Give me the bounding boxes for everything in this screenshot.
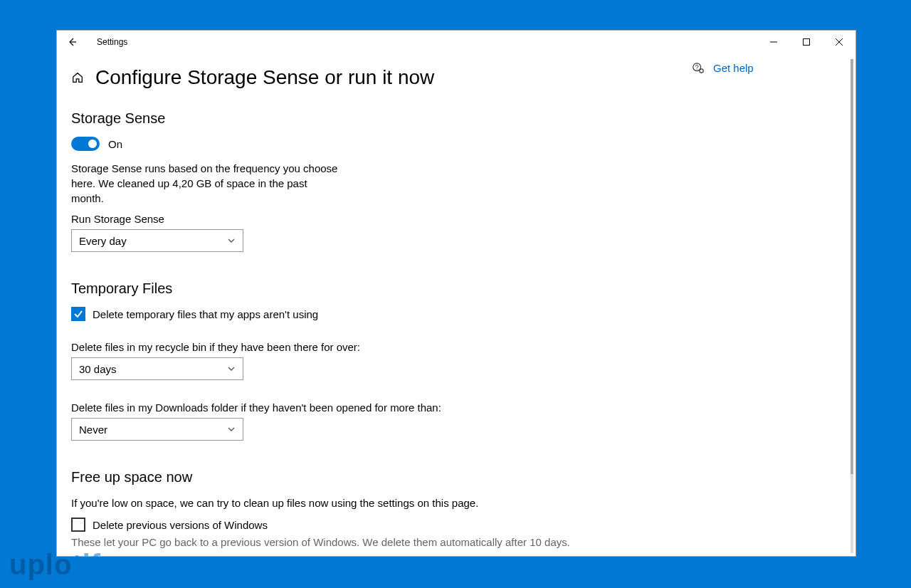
run-storage-sense-dropdown[interactable]: Every day: [71, 229, 243, 252]
back-button[interactable]: [64, 34, 80, 50]
delete-previous-windows-label: Delete previous versions of Windows: [93, 519, 268, 531]
run-storage-sense-label: Run Storage Sense: [71, 213, 678, 225]
get-help-link[interactable]: Get help: [713, 62, 754, 74]
scrollbar[interactable]: [851, 59, 853, 553]
close-button[interactable]: [823, 31, 855, 53]
close-icon: [836, 38, 843, 46]
recycle-bin-dropdown[interactable]: 30 days: [71, 357, 243, 380]
arrow-left-icon: [67, 37, 77, 47]
storage-sense-toggle[interactable]: [71, 137, 100, 151]
home-button[interactable]: [71, 71, 84, 84]
window-title: Settings: [97, 37, 127, 47]
delete-temp-files-checkbox[interactable]: [71, 307, 85, 321]
delete-previous-windows-checkbox[interactable]: [71, 518, 85, 532]
section-storage-sense: Storage Sense: [71, 110, 678, 127]
svg-point-5: [697, 69, 697, 70]
delete-temp-files-label: Delete temporary files that my apps aren…: [93, 308, 318, 320]
recycle-bin-value: 30 days: [79, 363, 117, 375]
help-panel: Get help: [692, 53, 855, 556]
minimize-icon: [770, 38, 777, 46]
downloads-label: Delete files in my Downloads folder if t…: [71, 401, 678, 414]
watermark: uplotify: [9, 549, 117, 581]
run-storage-sense-value: Every day: [79, 235, 127, 247]
maximize-button[interactable]: [790, 31, 823, 53]
chevron-down-icon: [227, 364, 236, 373]
storage-sense-description: Storage Sense runs based on the frequenc…: [71, 161, 342, 206]
svg-rect-1: [804, 39, 810, 46]
scrollbar-thumb[interactable]: [851, 59, 853, 474]
free-up-description: If you're low on space, we can try to cl…: [71, 495, 498, 510]
downloads-dropdown[interactable]: Never: [71, 418, 243, 441]
chevron-down-icon: [227, 425, 236, 434]
minimize-button[interactable]: [757, 31, 790, 53]
downloads-value: Never: [79, 424, 107, 436]
storage-sense-toggle-label: On: [108, 138, 122, 150]
checkmark-icon: [73, 309, 83, 319]
titlebar: Settings: [57, 31, 855, 53]
section-temporary-files: Temporary Files: [71, 280, 678, 297]
help-icon: [692, 62, 705, 75]
settings-window: Settings Configure Storage Sense or run …: [56, 30, 856, 557]
chevron-down-icon: [227, 236, 236, 245]
home-icon: [71, 71, 84, 84]
delete-previous-windows-note: These let your PC go back to a previous …: [71, 536, 678, 548]
svg-point-6: [700, 69, 703, 73]
maximize-icon: [803, 38, 810, 46]
section-free-up-space: Free up space now: [71, 469, 678, 485]
recycle-bin-label: Delete files in my recycle bin if they h…: [71, 341, 678, 353]
page-title: Configure Storage Sense or run it now: [95, 66, 434, 89]
page-content: Configure Storage Sense or run it now St…: [57, 53, 692, 556]
